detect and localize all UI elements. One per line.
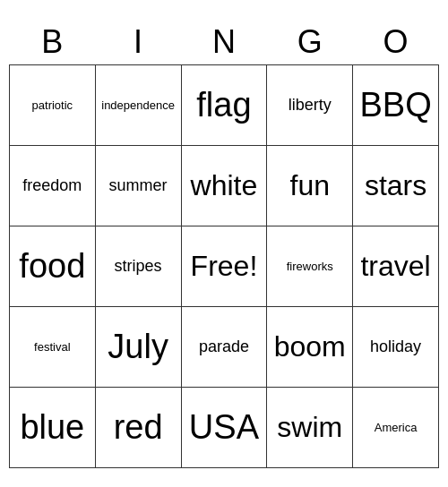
bingo-cell: stars xyxy=(353,145,439,226)
bingo-cell: food xyxy=(10,226,96,306)
bingo-row: foodstripesFree!fireworkstravel xyxy=(10,226,439,306)
bingo-cell: independence xyxy=(95,64,181,145)
bingo-cell: fun xyxy=(267,145,353,226)
bingo-row: freedomsummerwhitefunstars xyxy=(10,145,439,226)
bingo-cell: swim xyxy=(267,387,353,467)
bingo-cell: travel xyxy=(353,226,439,306)
bingo-cell: blue xyxy=(10,387,96,467)
bingo-header-letter: G xyxy=(267,20,353,65)
bingo-row: festivalJulyparadeboomholiday xyxy=(10,306,439,387)
bingo-cell: white xyxy=(181,145,267,226)
bingo-header-letter: N xyxy=(181,20,267,65)
bingo-cell: holiday xyxy=(353,306,439,387)
bingo-card: BINGO patrioticindependenceflaglibertyBB… xyxy=(9,20,439,468)
bingo-cell: Free! xyxy=(181,226,267,306)
bingo-cell: boom xyxy=(267,306,353,387)
bingo-cell: festival xyxy=(10,306,96,387)
bingo-cell: liberty xyxy=(267,64,353,145)
bingo-cell: summer xyxy=(95,145,181,226)
bingo-cell: stripes xyxy=(95,226,181,306)
header-row: BINGO xyxy=(10,20,439,65)
bingo-cell: freedom xyxy=(10,145,96,226)
bingo-cell: flag xyxy=(181,64,267,145)
bingo-row: patrioticindependenceflaglibertyBBQ xyxy=(10,64,439,145)
bingo-cell: USA xyxy=(181,387,267,467)
bingo-cell: America xyxy=(353,387,439,467)
bingo-cell: patriotic xyxy=(10,64,96,145)
bingo-cell: parade xyxy=(181,306,267,387)
bingo-row: blueredUSAswimAmerica xyxy=(10,387,439,467)
bingo-cell: fireworks xyxy=(267,226,353,306)
bingo-cell: July xyxy=(95,306,181,387)
bingo-cell: BBQ xyxy=(353,64,439,145)
bingo-header-letter: B xyxy=(10,20,96,65)
bingo-header-letter: O xyxy=(353,20,439,65)
bingo-header-letter: I xyxy=(95,20,181,65)
bingo-cell: red xyxy=(95,387,181,467)
